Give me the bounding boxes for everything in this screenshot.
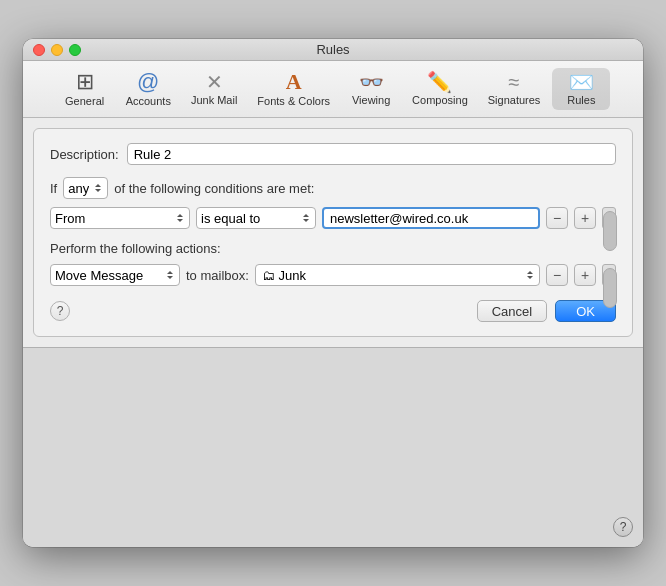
general-label: General xyxy=(65,95,104,107)
minimize-button[interactable] xyxy=(51,44,63,56)
help-icon: ? xyxy=(57,304,64,318)
accounts-icon: @ xyxy=(137,71,159,93)
viewing-icon: 👓 xyxy=(359,72,384,92)
composing-label: Composing xyxy=(412,94,468,106)
scrollbar-handle[interactable] xyxy=(603,211,617,251)
help-button[interactable]: ? xyxy=(50,301,70,321)
button-row: ? Cancel OK xyxy=(50,300,616,322)
remove-action-button[interactable]: − xyxy=(546,264,568,286)
cancel-button[interactable]: Cancel xyxy=(477,300,547,322)
bottom-area: ? xyxy=(23,347,643,547)
condition-scrollbar xyxy=(602,207,616,229)
toolbar-item-junk-mail[interactable]: ✕ Junk Mail xyxy=(183,68,245,110)
toolbar-item-composing[interactable]: ✏️ Composing xyxy=(404,68,476,110)
rules-dialog: Description: If any of the following con… xyxy=(33,128,633,337)
toolbar-item-viewing[interactable]: 👓 Viewing xyxy=(342,68,400,110)
if-label: If xyxy=(50,181,57,196)
rules-icon: ✉️ xyxy=(569,72,594,92)
signatures-icon: ≈ xyxy=(509,72,520,92)
action-type-select[interactable]: Move Message xyxy=(50,264,180,286)
fonts-colors-icon: A xyxy=(286,71,302,93)
bottom-help-button[interactable]: ? xyxy=(613,517,633,537)
conditions-text: of the following conditions are met: xyxy=(114,181,314,196)
accounts-label: Accounts xyxy=(126,95,171,107)
condition-field-select[interactable]: From xyxy=(50,207,190,229)
signatures-label: Signatures xyxy=(488,94,541,106)
titlebar: Rules xyxy=(23,39,643,61)
junk-mail-icon: ✕ xyxy=(206,72,223,92)
mailbox-select[interactable]: 🗂 Junk xyxy=(255,264,540,286)
composing-icon: ✏️ xyxy=(427,72,452,92)
description-row: Description: xyxy=(50,143,616,165)
toolbar-item-signatures[interactable]: ≈ Signatures xyxy=(480,68,549,110)
condition-row: From is equal to − + xyxy=(50,207,616,229)
any-select[interactable]: any xyxy=(63,177,108,199)
general-icon: ⊞ xyxy=(76,71,94,93)
rules-label: Rules xyxy=(567,94,595,106)
close-button[interactable] xyxy=(33,44,45,56)
condition-operator-select[interactable]: is equal to xyxy=(196,207,316,229)
toolbar-item-accounts[interactable]: @ Accounts xyxy=(118,67,179,111)
toolbar-item-general[interactable]: ⊞ General xyxy=(56,67,114,111)
bottom-help-icon: ? xyxy=(620,520,627,534)
viewing-label: Viewing xyxy=(352,94,390,106)
toolbar-item-fonts-colors[interactable]: A Fonts & Colors xyxy=(249,67,338,111)
traffic-lights xyxy=(33,44,81,56)
add-action-button[interactable]: + xyxy=(574,264,596,286)
junk-mail-label: Junk Mail xyxy=(191,94,237,106)
action-scrollbar xyxy=(602,264,616,286)
toolbar: ⊞ General @ Accounts ✕ Junk Mail A Fonts… xyxy=(23,61,643,118)
to-mailbox-label: to mailbox: xyxy=(186,268,249,283)
remove-condition-button[interactable]: − xyxy=(546,207,568,229)
dialog-buttons: Cancel OK xyxy=(477,300,616,322)
toolbar-item-rules[interactable]: ✉️ Rules xyxy=(552,68,610,110)
add-condition-button[interactable]: + xyxy=(574,207,596,229)
description-input[interactable] xyxy=(127,143,616,165)
action-scrollbar-handle[interactable] xyxy=(603,268,617,308)
actions-label: Perform the following actions: xyxy=(50,241,616,256)
fonts-colors-label: Fonts & Colors xyxy=(257,95,330,107)
rules-window: Rules ⊞ General @ Accounts ✕ Junk Mail A… xyxy=(23,39,643,547)
if-row: If any of the following conditions are m… xyxy=(50,177,616,199)
maximize-button[interactable] xyxy=(69,44,81,56)
description-label: Description: xyxy=(50,147,119,162)
condition-value-input[interactable] xyxy=(322,207,540,229)
window-title: Rules xyxy=(316,42,349,57)
action-row: Move Message to mailbox: 🗂 Junk − + xyxy=(50,264,616,286)
